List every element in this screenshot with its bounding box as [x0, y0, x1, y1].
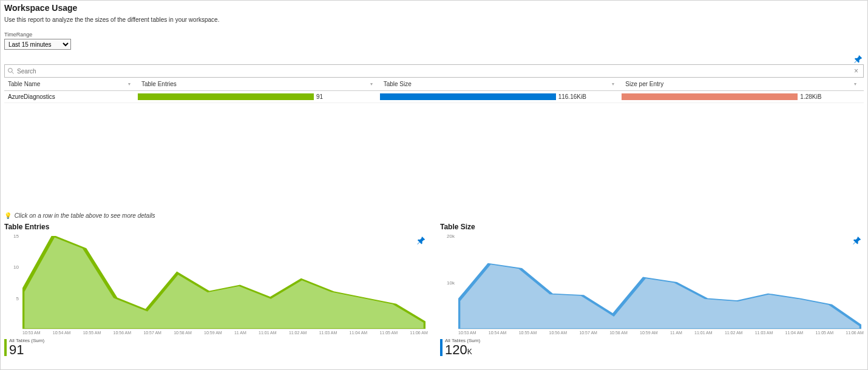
pin-icon[interactable]: [854, 55, 863, 63]
col-header-entries[interactable]: Table Entries▾: [138, 81, 380, 87]
search-input-wrap[interactable]: ×: [4, 64, 864, 78]
x-axis-ticks: 10:53 AM10:54 AM10:55 AM10:56 AM10:57 AM…: [458, 331, 864, 339]
table-row[interactable]: AzureDiagnostics 91 116.16KiB 1.28KiB: [4, 91, 864, 103]
search-input[interactable]: [17, 68, 852, 75]
chart-size-card: Table Size 10k20k 10:53 AM10:54 AM10:55 …: [440, 223, 864, 357]
col-header-per[interactable]: Size per Entry▾: [622, 81, 864, 87]
grid-header: Table Name▾ Table Entries▾ Table Size▾ S…: [4, 78, 864, 91]
chart-size-title: Table Size: [440, 223, 864, 231]
page-subtitle: Use this report to analyze the the sizes…: [4, 16, 864, 23]
cell-per-entry: 1.28KiB: [622, 93, 864, 100]
chart-entries-plot[interactable]: [22, 236, 426, 329]
search-icon: [7, 67, 15, 75]
search-clear-button[interactable]: ×: [852, 67, 861, 75]
chart-entries-kpi: All Tables (Sum) 91: [4, 338, 428, 357]
cell-entries: 91: [138, 93, 380, 100]
svg-line-1: [12, 72, 14, 74]
lightbulb-icon: 💡: [4, 212, 12, 219]
svg-point-0: [8, 69, 13, 73]
cell-table-name: AzureDiagnostics: [4, 93, 138, 100]
y-axis-ticks: 51015: [4, 236, 20, 329]
chart-entries-card: Table Entries 51015 10:53 AM10:54 AM10:5…: [4, 223, 428, 357]
y-axis-ticks: 10k20k: [440, 236, 456, 329]
chart-entries-title: Table Entries: [4, 223, 428, 231]
timerange-label: TimeRange: [4, 32, 864, 38]
x-axis-ticks: 10:53 AM10:54 AM10:55 AM10:56 AM10:57 AM…: [22, 331, 428, 339]
cell-size: 116.16KiB: [380, 93, 622, 100]
hint-row: 💡 Click on a row in the table above to s…: [4, 212, 864, 219]
col-header-name[interactable]: Table Name▾: [4, 81, 138, 87]
page-title: Workspace Usage: [4, 3, 864, 13]
chart-size-kpi: All Tables (Sum) 120K: [440, 338, 864, 357]
timerange-select[interactable]: Last 15 minutes: [4, 39, 71, 50]
col-header-size[interactable]: Table Size▾: [380, 81, 622, 87]
chart-size-plot[interactable]: [458, 236, 861, 329]
